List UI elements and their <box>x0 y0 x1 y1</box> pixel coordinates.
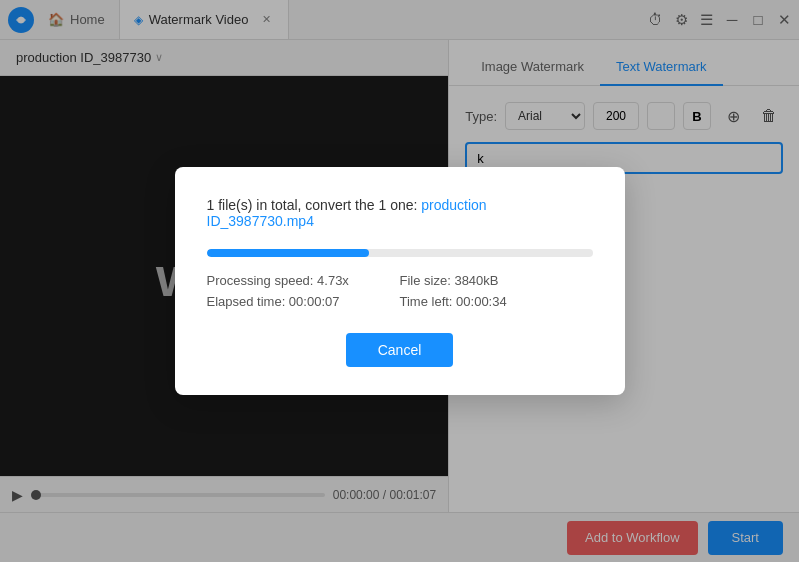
processing-speed-text: Processing speed: 4.73x <box>207 273 400 288</box>
cancel-button[interactable]: Cancel <box>346 333 454 367</box>
modal-progress-bar-bg <box>207 249 593 257</box>
modal-stats-right: File size: 3840kB Time left: 00:00:34 <box>400 273 593 309</box>
modal-file-info: 1 file(s) in total, convert the 1 one: p… <box>207 197 593 229</box>
progress-modal: 1 file(s) in total, convert the 1 one: p… <box>175 167 625 395</box>
modal-stats-left: Processing speed: 4.73x Elapsed time: 00… <box>207 273 400 309</box>
file-size-text: File size: 3840kB <box>400 273 593 288</box>
modal-stats: Processing speed: 4.73x Elapsed time: 00… <box>207 273 593 309</box>
modal-file-prefix: 1 file(s) in total, convert the 1 one: <box>207 197 422 213</box>
modal-overlay: 1 file(s) in total, convert the 1 one: p… <box>0 0 799 562</box>
elapsed-time-text: Elapsed time: 00:00:07 <box>207 294 400 309</box>
modal-cancel-row: Cancel <box>207 333 593 367</box>
time-left-text: Time left: 00:00:34 <box>400 294 593 309</box>
modal-progress-bar-fill <box>207 249 369 257</box>
